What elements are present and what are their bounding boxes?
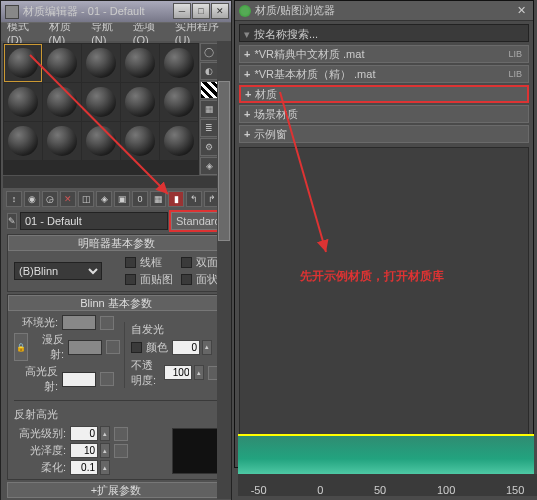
app-icon (5, 5, 19, 19)
faceted-checkbox[interactable] (181, 274, 192, 285)
browser-item[interactable]: +*VR精典中文材质 .matLIB (239, 45, 529, 63)
tool-backlight-icon[interactable]: ◐ (200, 62, 218, 80)
sample-slot[interactable] (82, 44, 120, 82)
browser-item[interactable]: +场景材质 (239, 105, 529, 123)
browser-item[interactable]: +示例窗 (239, 125, 529, 143)
spinner-arrows-icon[interactable]: ▴ (100, 460, 110, 475)
show-in-viewport-icon[interactable]: ▦ (150, 191, 166, 207)
soften-label: 柔化: (14, 460, 66, 475)
tool-misc-icon[interactable]: ◈ (200, 157, 218, 175)
sample-slot[interactable] (4, 44, 42, 82)
shader-type-select[interactable]: (B)Blinn (14, 262, 102, 280)
browser-titlebar[interactable]: 材质/贴图浏览器 ✕ (235, 1, 533, 21)
sample-slot[interactable] (4, 122, 42, 160)
spinner-arrows-icon[interactable]: ▴ (100, 443, 110, 458)
go-to-parent-icon[interactable]: ↰ (186, 191, 202, 207)
browser-search-input[interactable]: ▾按名称搜索... (239, 24, 529, 42)
material-id-icon[interactable]: 0 (132, 191, 148, 207)
make-copy-icon[interactable]: ◫ (78, 191, 94, 207)
sample-slot[interactable] (121, 83, 159, 121)
sample-slot[interactable] (82, 83, 120, 121)
browser-close-button[interactable]: ✕ (513, 3, 529, 17)
timeline-ruler[interactable]: -50050100150 (238, 474, 537, 496)
opacity-input[interactable] (164, 365, 192, 380)
specular-swatch[interactable] (62, 372, 96, 387)
rollout-header[interactable]: 明暗器基本参数 (8, 235, 224, 251)
ad-lock-icon[interactable]: 🔒 (14, 333, 28, 361)
show-end-result-icon[interactable]: ▮ (168, 191, 184, 207)
two-sided-label: 双面 (196, 255, 218, 270)
wire-checkbox[interactable] (125, 257, 136, 268)
spec-highlight-label: 反射高光 (14, 407, 218, 422)
minimize-button[interactable]: ─ (173, 3, 191, 19)
sample-slot[interactable] (160, 83, 198, 121)
sample-scrollbar[interactable] (3, 176, 229, 188)
rollout-header[interactable]: Blinn 基本参数 (8, 295, 224, 311)
gloss-map-button[interactable] (114, 444, 128, 458)
si-color-label: 颜色 (146, 340, 168, 355)
editor-scrollbar[interactable] (217, 41, 231, 499)
diffuse-swatch[interactable] (68, 340, 102, 355)
material-editor-titlebar[interactable]: 材质编辑器 - 01 - Default ─ □ ✕ (1, 1, 231, 23)
soften-input[interactable] (70, 460, 98, 475)
tool-options-icon[interactable]: ⚙ (200, 138, 218, 156)
get-material-icon[interactable]: ↕ (6, 191, 22, 207)
material-name-input[interactable] (20, 212, 168, 230)
spec-level-input[interactable] (70, 426, 98, 441)
sample-slot[interactable] (160, 122, 198, 160)
reset-icon[interactable]: ✕ (60, 191, 76, 207)
ambient-map-button[interactable] (100, 316, 114, 330)
put-to-library-icon[interactable]: ▣ (114, 191, 130, 207)
spec-level-label: 高光级别: (14, 426, 66, 441)
rollout-extended[interactable]: 扩展参数 (7, 482, 225, 498)
sample-slot[interactable] (121, 122, 159, 160)
sample-slot[interactable] (121, 44, 159, 82)
window-title: 材质编辑器 - 01 - Default (23, 4, 145, 19)
sample-slot[interactable] (43, 122, 81, 160)
ambient-label: 环境光: (14, 315, 58, 330)
annotation-text: 先开示例材质，打开材质库 (300, 268, 444, 285)
two-sided-checkbox[interactable] (181, 257, 192, 268)
menu-bar: 模式(D) 材质(M) 导航(N) 选项(O) 实用程序(U) (1, 23, 231, 41)
browser-item-materials[interactable]: +材质 (239, 85, 529, 103)
assign-icon[interactable]: ◶ (42, 191, 58, 207)
scrollbar-thumb[interactable] (218, 81, 230, 241)
sample-slot[interactable] (43, 44, 81, 82)
spinner-arrows-icon[interactable]: ▴ (194, 365, 204, 380)
spinner-arrows-icon[interactable]: ▴ (202, 340, 212, 355)
specular-label: 高光反射: (14, 364, 58, 394)
gloss-input[interactable] (70, 443, 98, 458)
sample-slot[interactable] (43, 83, 81, 121)
put-to-scene-icon[interactable]: ◉ (24, 191, 40, 207)
faceted-label: 面状 (196, 272, 218, 287)
close-button[interactable]: ✕ (211, 3, 229, 19)
rollout-shader-basic: 明暗器基本参数 (B)Blinn 线框 双面 面贴图 面状 (7, 234, 225, 292)
self-illum-label: 自发光 (131, 322, 218, 337)
tool-background-icon[interactable] (200, 81, 218, 99)
diffuse-map-button[interactable] (106, 340, 120, 354)
opacity-label: 不透明度: (131, 358, 160, 388)
material-toolbar: ↕ ◉ ◶ ✕ ◫ ◈ ▣ 0 ▦ ▮ ↰ ↱ (3, 188, 229, 210)
specular-map-button[interactable] (100, 372, 114, 386)
si-value-input[interactable] (172, 340, 200, 355)
si-color-checkbox[interactable] (131, 342, 142, 353)
viewport-hint (238, 434, 534, 474)
browser-item[interactable]: +*VR基本材质（精） .matLIB (239, 65, 529, 83)
maximize-button[interactable]: □ (192, 3, 210, 19)
sample-slot[interactable] (82, 122, 120, 160)
sample-slot[interactable] (4, 83, 42, 121)
tool-video-icon[interactable]: ≣ (200, 119, 218, 137)
highlight-curve-preview (172, 428, 218, 474)
ambient-swatch[interactable] (62, 315, 96, 330)
spec-level-map-button[interactable] (114, 427, 128, 441)
browser-title: 材质/贴图浏览器 (255, 3, 335, 18)
face-map-checkbox[interactable] (125, 274, 136, 285)
sample-slot[interactable] (160, 44, 198, 82)
tool-sample-type-icon[interactable]: ◯ (200, 43, 218, 61)
spinner-arrows-icon[interactable]: ▴ (100, 426, 110, 441)
make-unique-icon[interactable]: ◈ (96, 191, 112, 207)
tool-uv-icon[interactable]: ▦ (200, 100, 218, 118)
material-map-browser-window: 材质/贴图浏览器 ✕ ▾按名称搜索... +*VR精典中文材质 .matLIB … (234, 0, 534, 468)
eyedropper-icon[interactable]: ✎ (7, 213, 17, 229)
browser-content-area[interactable]: 先开示例材质，打开材质库 (239, 147, 529, 465)
